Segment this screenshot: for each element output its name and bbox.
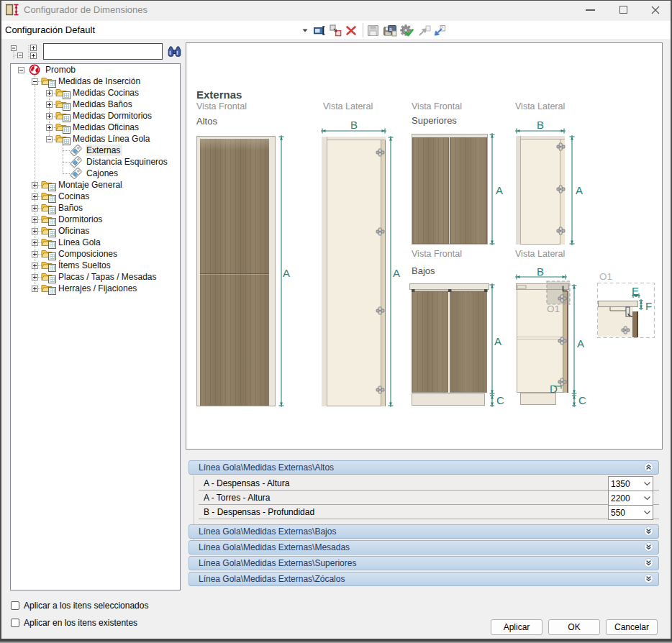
svg-text:a: a xyxy=(389,27,392,32)
